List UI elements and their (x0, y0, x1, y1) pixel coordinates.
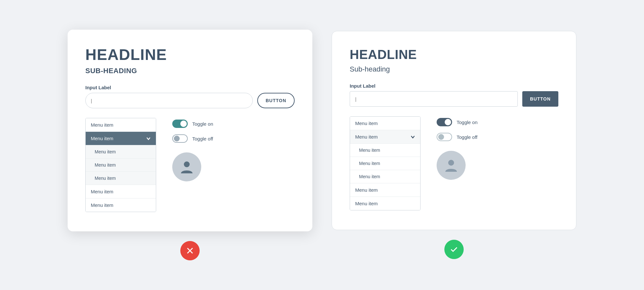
right-indicator-button[interactable] (444, 240, 464, 259)
left-toggle-off-row: Toggle off (172, 134, 213, 143)
svg-point-3 (448, 160, 454, 166)
left-indicator-button[interactable] (180, 241, 200, 260)
left-headline: HEADLINE (85, 46, 295, 63)
left-input-label: Input Label (85, 85, 295, 90)
left-toggle-on-label: Toggle on (192, 121, 213, 127)
left-menu-item-2-selected[interactable]: Menu item (86, 132, 156, 145)
left-menu-item-6[interactable]: Menu item (86, 185, 156, 198)
chevron-down-icon-right (411, 135, 415, 139)
right-toggle-on-label: Toggle on (457, 120, 478, 125)
right-toggle-off[interactable] (437, 133, 452, 141)
right-toggle-off-label: Toggle off (457, 134, 478, 140)
right-menu-subitem-3[interactable]: Menu item (350, 170, 420, 183)
right-input-label: Input Label (350, 83, 558, 89)
right-avatar (437, 151, 466, 180)
left-bottom-row: Menu item Menu item Menu item Menu item … (85, 118, 295, 212)
left-input-field[interactable] (85, 93, 253, 108)
right-headline: HEADLINE (350, 47, 558, 62)
right-toggle-off-row: Toggle off (437, 133, 478, 141)
right-menu-item-6[interactable]: Menu item (350, 183, 420, 197)
left-toggle-on[interactable] (172, 120, 188, 128)
right-menu-item-2-selected[interactable]: Menu item (350, 130, 420, 144)
right-bottom-row: Menu item Menu item Menu item Menu item … (350, 116, 558, 210)
left-toggle-off-label: Toggle off (192, 136, 213, 141)
right-toggle-on[interactable] (437, 118, 452, 126)
left-avatar (172, 152, 201, 181)
svg-point-0 (184, 161, 190, 167)
right-dropdown-menu[interactable]: Menu item Menu item Menu item Menu item … (350, 116, 421, 210)
right-input-row: BUTTON (350, 91, 558, 107)
right-toggle-on-row: Toggle on (437, 118, 478, 126)
right-controls: Toggle on Toggle off (437, 116, 478, 180)
left-menu-item-7[interactable]: Menu item (86, 198, 156, 212)
left-input-row: BUTTON (85, 93, 295, 108)
left-menu-subitem-1[interactable]: Menu item (86, 145, 156, 159)
right-card: HEADLINE Sub-heading Input Label BUTTON … (332, 31, 576, 230)
left-controls: Toggle on Toggle off (172, 118, 213, 181)
chevron-down-icon (146, 136, 151, 141)
left-toggle-off[interactable] (172, 134, 188, 143)
left-menu-subitem-3[interactable]: Menu item (86, 172, 156, 185)
right-menu-item-7[interactable]: Menu item (350, 197, 420, 210)
check-icon (450, 245, 459, 254)
left-panel: HEADLINE SUB-HEADING Input Label BUTTON … (68, 30, 312, 260)
left-card: HEADLINE SUB-HEADING Input Label BUTTON … (68, 30, 312, 231)
left-button[interactable]: BUTTON (257, 93, 295, 108)
right-input-field[interactable] (350, 91, 518, 107)
left-menu-item-1[interactable]: Menu item (86, 118, 156, 132)
right-menu-item-1[interactable]: Menu item (350, 117, 420, 130)
right-button[interactable]: BUTTON (522, 91, 558, 107)
left-menu-subitem-2[interactable]: Menu item (86, 159, 156, 172)
right-panel: HEADLINE Sub-heading Input Label BUTTON … (332, 31, 576, 259)
left-toggle-on-row: Toggle on (172, 120, 213, 128)
right-subheading: Sub-heading (350, 65, 558, 73)
right-menu-subitem-2[interactable]: Menu item (350, 157, 420, 170)
left-subheading: SUB-HEADING (85, 67, 295, 75)
x-icon (185, 246, 194, 255)
left-dropdown-menu[interactable]: Menu item Menu item Menu item Menu item … (85, 118, 156, 212)
right-menu-subitem-1[interactable]: Menu item (350, 144, 420, 157)
